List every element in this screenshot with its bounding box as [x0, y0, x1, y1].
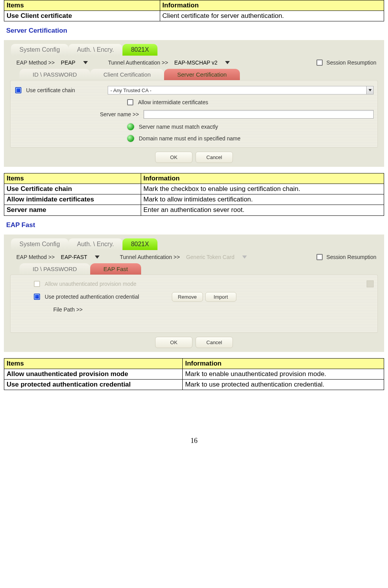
th-info: Information	[160, 0, 384, 11]
session-resumption-checkbox[interactable]	[316, 60, 323, 66]
allow-unauth-label: Allow unauthenticated provision mode	[45, 281, 136, 287]
radio-icon[interactable]	[127, 135, 134, 142]
cancel-button[interactable]: Cancel	[196, 152, 233, 163]
cell-val: Mark to enable unauthenticated provision…	[183, 369, 384, 379]
import-button[interactable]: Import	[205, 292, 236, 302]
tab-8021x[interactable]: 8021X	[122, 238, 157, 250]
tab-system-config[interactable]: System Config	[11, 238, 68, 250]
chevron-down-icon	[225, 61, 230, 64]
table-row: Server name Enter an authentication seve…	[4, 205, 384, 215]
allow-intermediate-label: Allow intermidiate certificates	[138, 99, 208, 105]
tab-8021x[interactable]: 8021X	[122, 44, 157, 56]
tunnel-auth-select[interactable]: EAP-MSCHAP v2	[172, 59, 232, 66]
table-row: Use protected authentication credential …	[4, 379, 384, 390]
radio-icon[interactable]	[127, 123, 134, 130]
eap-method-select[interactable]: EAP-FAST	[59, 253, 102, 261]
th-info: Information	[183, 358, 384, 369]
session-resumption-label: Session Resumption	[327, 254, 376, 260]
th-items: Items	[4, 173, 141, 184]
cell-val: Mark to allow intimidates certification.	[141, 194, 384, 205]
tunnel-auth-label: Tunnel Authentication >>	[108, 60, 168, 66]
cell-key: Use Certificate chain	[4, 184, 141, 194]
disabled-icon	[367, 280, 374, 287]
table-eap-fast: Items Information Allow unauthenticated …	[4, 358, 384, 390]
eap-fast-form: Allow unauthenticated provision mode Use…	[10, 275, 378, 333]
cell-key: Use protected authentication credential	[4, 379, 183, 390]
th-items: Items	[4, 358, 183, 369]
table-row: Allow intimidate certificates Mark to al…	[4, 194, 384, 205]
use-protected-label: Use protected authentication credential	[45, 294, 139, 300]
tunnel-auth-value: EAP-MSCHAP v2	[174, 60, 217, 66]
chevron-down-icon	[83, 61, 88, 64]
table-row: Allow unauthenticated provision mode Mar…	[4, 369, 384, 379]
heading-eap-fast: EAP Fast	[6, 221, 384, 229]
subtab-id-password[interactable]: ID \ PASSWORD	[19, 263, 90, 275]
session-resumption-checkbox[interactable]	[316, 254, 323, 260]
cell-val: Enter an authentication sever root.	[141, 205, 384, 215]
th-items: Items	[4, 0, 160, 11]
server-name-input[interactable]	[143, 110, 374, 119]
tab-auth-encry[interactable]: Auth. \ Encry.	[68, 238, 122, 250]
chevron-down-icon	[242, 256, 247, 259]
ok-button[interactable]: OK	[155, 152, 192, 163]
tunnel-auth-select[interactable]: Generic Token Card	[184, 253, 249, 261]
session-resumption-label: Session Resumption	[327, 60, 376, 66]
th-info: Information	[141, 173, 384, 184]
cell-key: Use Client certificate	[4, 11, 160, 21]
file-path-label: File Path >>	[53, 306, 83, 313]
chevron-down-icon	[95, 256, 100, 259]
trusted-ca-select[interactable]: - Any Trusted CA -	[108, 86, 374, 94]
tab-auth-encry[interactable]: Auth. \ Encry.	[68, 44, 122, 56]
allow-intermediate-checkbox[interactable]	[127, 99, 133, 105]
cell-val: Mark the checkbox to enable using certif…	[141, 184, 384, 194]
table-client-cert: Items Information Use Client certificate…	[4, 0, 384, 21]
tunnel-auth-value: Generic Token Card	[186, 254, 234, 260]
remove-button[interactable]: Remove	[172, 292, 203, 302]
match-exactly-label: Server name must match exactly	[139, 124, 218, 130]
use-cert-chain-label: Use certificate chain	[26, 87, 75, 93]
subtab-server-certification[interactable]: Server Certification	[164, 69, 240, 80]
eap-method-select[interactable]: PEAP	[59, 59, 90, 66]
use-cert-chain-checkbox[interactable]	[15, 87, 21, 93]
screenshot-server-cert: System Config Auth. \ Encry. 8021X EAP M…	[4, 40, 384, 167]
cell-key: Allow unauthenticated provision mode	[4, 369, 183, 379]
cell-key: Server name	[4, 205, 141, 215]
server-cert-form: Use certificate chain - Any Trusted CA -…	[10, 80, 378, 148]
page-number: 16	[4, 437, 384, 453]
cell-val: Mark to use protected authentication cre…	[183, 379, 384, 390]
eap-method-label: EAP Method >>	[16, 254, 55, 260]
domain-end-label: Domain name must end in specified name	[139, 135, 240, 142]
use-protected-checkbox[interactable]	[34, 294, 40, 300]
table-row: Use Client certificate Client certificat…	[4, 11, 384, 21]
ok-button[interactable]: OK	[155, 337, 192, 348]
tab-system-config[interactable]: System Config	[11, 44, 68, 56]
subtab-client-certification[interactable]: Client Certification	[90, 69, 164, 80]
trusted-ca-value: - Any Trusted CA -	[110, 88, 152, 93]
table-row: Use Certificate chain Mark the checkbox …	[4, 184, 384, 194]
cancel-button[interactable]: Cancel	[196, 337, 233, 348]
subtab-eap-fast[interactable]: EAP Fast	[90, 263, 141, 275]
server-name-label: Server name >>	[100, 111, 139, 117]
cell-val: Client certificate for server authentica…	[160, 11, 384, 21]
tunnel-auth-label: Tunnel Authentication >>	[120, 254, 180, 260]
eap-method-value: EAP-FAST	[61, 254, 87, 260]
screenshot-eap-fast: System Config Auth. \ Encry. 8021X EAP M…	[4, 234, 384, 352]
cell-key: Allow intimidate certificates	[4, 194, 141, 205]
eap-method-value: PEAP	[61, 60, 75, 66]
subtab-id-password[interactable]: ID \ PASSWORD	[19, 69, 90, 80]
allow-unauth-checkbox	[34, 281, 40, 287]
table-server-cert: Items Information Use Certificate chain …	[4, 173, 384, 215]
eap-method-label: EAP Method >>	[16, 60, 55, 66]
heading-server-certification: Server Certification	[6, 27, 384, 35]
chevron-down-icon	[366, 86, 373, 94]
